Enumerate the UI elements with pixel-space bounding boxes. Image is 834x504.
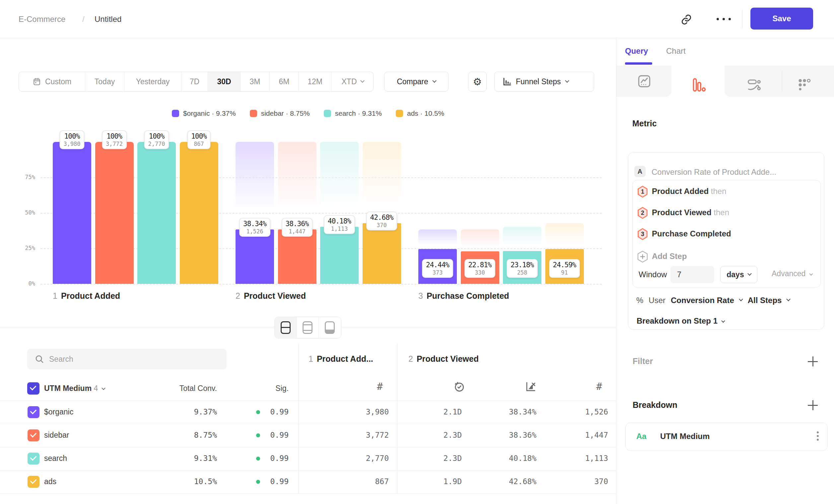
breakdown-heading: Breakdown	[633, 400, 677, 410]
bar-search-step1[interactable]	[137, 142, 176, 284]
row-count-step1: 3,772	[323, 431, 389, 439]
flow-tab-icon[interactable]	[747, 77, 761, 92]
total-conv-header[interactable]: Total Conv.	[151, 384, 217, 393]
share-link-icon[interactable]	[681, 14, 692, 25]
range-tab-today[interactable]: Today	[85, 72, 125, 91]
step-label-3: 3Purchase Completed	[418, 291, 509, 301]
window-value-input[interactable]: 7	[671, 266, 714, 283]
bar-search-step2[interactable]	[320, 227, 359, 284]
bar-$organic-step2[interactable]	[236, 229, 274, 284]
range-tab-12m[interactable]: 12M	[299, 72, 331, 91]
breadcrumb-parent[interactable]: E-Commerce	[19, 15, 65, 24]
select-all-checkbox[interactable]	[27, 382, 40, 395]
compare-button[interactable]: Compare	[384, 72, 448, 92]
count-icon-step1[interactable]: #	[377, 381, 383, 392]
add-filter-button[interactable]	[808, 357, 818, 366]
row-checkbox-ads[interactable]	[27, 476, 40, 488]
advanced-toggle[interactable]: Advanced	[772, 269, 812, 278]
row-name: ads	[44, 477, 57, 486]
bar-faded-search-step3	[503, 227, 542, 251]
bar-sidebar-step2[interactable]	[278, 229, 316, 284]
funnel-chart-icon	[503, 77, 511, 86]
row-checkbox-$organic[interactable]	[27, 406, 40, 418]
range-tab-7d[interactable]: 7D	[181, 72, 208, 91]
step-event-name[interactable]: Purchase Completed	[652, 229, 731, 238]
legend-swatch	[250, 110, 257, 117]
metric-card: A Conversion Rate of Product Adde... 1Pr…	[628, 152, 825, 329]
bar-ads-step2[interactable]	[363, 223, 401, 284]
chart-settings-button[interactable]: ⚙	[468, 72, 487, 92]
bar-value-chip-sidebar-step3: 22.81%330	[464, 259, 496, 278]
chart-type-label: Funnel Steps	[516, 77, 561, 86]
row-checkbox-sidebar[interactable]	[27, 429, 40, 441]
chart-type-button[interactable]: Funnel Steps	[494, 72, 594, 92]
bar-value-chip-sidebar-step1: 100%3,772	[102, 130, 127, 149]
measure-type[interactable]: Conversion Rate	[671, 296, 734, 305]
save-button[interactable]: Save	[750, 8, 813, 29]
bar-sidebar-step1[interactable]	[95, 142, 134, 284]
metric-heading: Metric	[632, 119, 657, 128]
add-step-row[interactable]: Add Step	[637, 251, 648, 264]
time-to-convert-icon[interactable]	[453, 381, 465, 393]
legend-label: $organic · 9.37%	[183, 109, 236, 117]
bar-value-chip-ads-step3: 24.59%91	[549, 259, 580, 278]
search-input[interactable]: Search	[27, 349, 226, 369]
window-unit-select[interactable]: days	[720, 266, 758, 283]
measure-entity[interactable]: User	[649, 296, 665, 305]
range-tab-6m[interactable]: 6M	[270, 72, 299, 91]
sig-header[interactable]: Sig.	[239, 384, 289, 393]
row-time-to-convert: 2.1D	[395, 408, 462, 416]
metric-title[interactable]: Conversion Rate of Product Adde...	[652, 167, 776, 177]
step-event-name[interactable]: Product Viewed	[652, 208, 711, 217]
bar-$organic-step1[interactable]	[53, 142, 91, 284]
insights-tab-icon[interactable]	[637, 74, 652, 89]
legend-item-0[interactable]: $organic · 9.37%	[172, 109, 236, 117]
row-time-to-convert: 2.3D	[395, 431, 462, 439]
bar-faded-ads-step2	[363, 142, 401, 223]
legend-label: ads · 10.5%	[407, 109, 444, 117]
layout-chart-button[interactable]	[297, 317, 319, 338]
range-tab-xtd[interactable]: XTD	[331, 72, 374, 91]
row-sig: 0.99	[239, 454, 289, 462]
chart-kind-tabs	[616, 66, 834, 97]
more-options-icon[interactable]	[717, 18, 731, 20]
breadcrumb-current[interactable]: Untitled	[94, 15, 122, 24]
chart-legend: $organic · 9.37%sidebar · 8.75%search · …	[0, 109, 616, 117]
legend-item-3[interactable]: ads · 10.5%	[396, 109, 444, 117]
steps-card: 1Product Added then2Product Viewed then3…	[632, 180, 821, 288]
y-axis-label-75%: 75%	[12, 174, 35, 180]
legend-item-1[interactable]: sidebar · 8.75%	[250, 109, 310, 117]
breakdown-item-card[interactable]: Aa UTM Medium	[626, 422, 828, 451]
add-breakdown-button[interactable]	[808, 400, 818, 410]
row-count-step2: 370	[542, 477, 608, 486]
layout-split-button[interactable]	[275, 317, 297, 338]
funnel-tab-icon[interactable]	[692, 77, 706, 92]
measure-row: % User Conversion Rate All Steps	[636, 296, 790, 305]
step-label-2: 2Product Viewed	[236, 291, 306, 301]
tab-right-bg	[725, 66, 834, 97]
range-tab-yesterday[interactable]: Yesterday	[125, 72, 181, 91]
bar-faded-ads-step3	[545, 223, 584, 249]
tab-chart[interactable]: Chart	[666, 46, 686, 56]
row-time-to-convert: 2.3D	[395, 454, 462, 462]
row-checkbox-search[interactable]	[27, 453, 40, 464]
range-tab-custom[interactable]: Custom	[19, 72, 85, 91]
legend-item-2[interactable]: search · 9.31%	[324, 109, 382, 117]
bar-value-chip-$organic-step2: 38.34%1,526	[239, 218, 270, 237]
range-tab-30d[interactable]: 30D	[208, 72, 241, 91]
step-event-name[interactable]: Product Added	[652, 187, 709, 196]
bar-value-chip-search-step1: 100%2,770	[144, 130, 169, 149]
layout-table-button[interactable]	[319, 317, 341, 338]
bar-ads-step1[interactable]	[180, 142, 218, 284]
range-tab-3m[interactable]: 3M	[241, 72, 270, 91]
retention-tab-icon[interactable]	[797, 77, 812, 92]
row-count-step1: 2,770	[323, 454, 389, 462]
measure-scope[interactable]: All Steps	[748, 296, 782, 305]
group-col-label[interactable]: UTM Medium 4	[44, 384, 105, 393]
tab-query[interactable]: Query	[625, 46, 648, 56]
count-icon-step2[interactable]: #	[596, 381, 602, 392]
breakdown-on-step[interactable]: Breakdown on Step 1	[637, 316, 725, 326]
calendar-icon	[32, 77, 41, 86]
conversion-rate-icon[interactable]	[525, 381, 537, 393]
breakdown-item-menu-icon[interactable]	[817, 431, 819, 442]
